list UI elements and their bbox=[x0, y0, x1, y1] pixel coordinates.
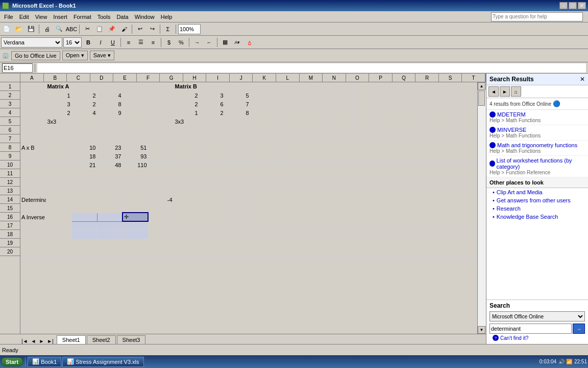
result-worksheet-functions[interactable]: List of worksheet functions (by category… bbox=[486, 156, 588, 177]
redo-button[interactable]: ↪ bbox=[146, 24, 158, 35]
bold-button[interactable]: B bbox=[83, 37, 94, 48]
cell-k2[interactable] bbox=[276, 91, 301, 100]
cell-f14[interactable]: -4 bbox=[148, 195, 174, 204]
cell-r3[interactable] bbox=[454, 100, 477, 108]
cell-c7[interactable] bbox=[71, 134, 97, 143]
fill-color-button[interactable]: A▾ bbox=[232, 37, 243, 48]
cell-a10[interactable] bbox=[20, 160, 46, 169]
col-header-i[interactable]: I bbox=[206, 74, 230, 82]
menu-format[interactable]: Format bbox=[70, 13, 94, 21]
cell-h14[interactable] bbox=[199, 195, 225, 204]
align-center-button[interactable]: ☰ bbox=[135, 37, 146, 48]
result-link-math-trig[interactable]: Math and trigonometry functions bbox=[497, 142, 577, 148]
tab-nav-first[interactable]: |◄ bbox=[20, 338, 29, 344]
row-header-19[interactable]: 19 bbox=[0, 239, 20, 247]
cell-k14-rest[interactable] bbox=[276, 195, 477, 204]
cell-a17[interactable] bbox=[20, 221, 46, 230]
cell-o3[interactable] bbox=[378, 100, 403, 108]
cell-d8[interactable]: 23 bbox=[97, 143, 122, 152]
cell-j5[interactable] bbox=[250, 117, 276, 126]
help-search-input[interactable] bbox=[491, 12, 583, 21]
cell-a18[interactable] bbox=[20, 230, 46, 239]
cell-c10[interactable]: 21 bbox=[71, 160, 97, 169]
row-header-13[interactable]: 13 bbox=[0, 187, 20, 195]
cell-b18[interactable] bbox=[46, 230, 71, 239]
print-button[interactable]: 🖨 bbox=[41, 24, 53, 35]
scroll-thumb[interactable] bbox=[478, 90, 485, 106]
other-link-clip-art[interactable]: Clip Art and Media bbox=[486, 188, 588, 196]
help-search-box[interactable] bbox=[487, 12, 587, 21]
cell-n3[interactable] bbox=[352, 100, 378, 108]
row-header-20[interactable]: 20 bbox=[0, 247, 20, 256]
col-header-h[interactable]: H bbox=[183, 74, 207, 82]
percent-button[interactable]: % bbox=[176, 37, 187, 48]
cell-d7[interactable] bbox=[97, 134, 122, 143]
menu-file[interactable]: File bbox=[1, 13, 16, 21]
cell-l4[interactable] bbox=[301, 108, 327, 117]
preview-button[interactable]: 🔍 bbox=[54, 24, 65, 35]
cell-e1[interactable] bbox=[122, 82, 148, 91]
cell-b8[interactable] bbox=[46, 143, 71, 152]
cell-o5[interactable] bbox=[378, 117, 403, 126]
col-header-q[interactable]: Q bbox=[393, 74, 416, 82]
cell-p5[interactable] bbox=[403, 117, 429, 126]
col-header-k[interactable]: K bbox=[253, 74, 276, 82]
currency-button[interactable]: $ bbox=[163, 37, 175, 48]
cell-g8[interactable] bbox=[174, 143, 199, 152]
cell-l3[interactable] bbox=[301, 100, 327, 108]
col-header-m[interactable]: M bbox=[300, 74, 323, 82]
cell-i14[interactable] bbox=[225, 195, 250, 204]
scroll-up-button[interactable]: ▲ bbox=[478, 82, 485, 90]
row-header-7[interactable]: 7 bbox=[0, 134, 20, 143]
cell-b10[interactable] bbox=[46, 160, 71, 169]
scroll-down-button[interactable]: ▼ bbox=[478, 326, 485, 334]
row-header-6[interactable]: 6 bbox=[0, 126, 20, 134]
cell-o2[interactable] bbox=[378, 91, 403, 100]
cell-g9[interactable] bbox=[174, 152, 199, 160]
cell-i7[interactable] bbox=[225, 134, 250, 143]
cell-o1[interactable] bbox=[378, 82, 403, 91]
cell-d14[interactable] bbox=[97, 195, 122, 204]
cell-d4[interactable]: 9 bbox=[97, 108, 122, 117]
cell-b3[interactable]: 3 bbox=[46, 100, 71, 108]
cell-d10[interactable]: 48 bbox=[97, 160, 122, 169]
row-header-2[interactable]: 2 bbox=[0, 91, 20, 100]
cell-c6[interactable] bbox=[71, 126, 97, 134]
cell-h7[interactable] bbox=[199, 134, 225, 143]
cell-g7[interactable] bbox=[174, 134, 199, 143]
menu-help[interactable]: Help bbox=[158, 13, 176, 21]
cell-d18[interactable] bbox=[97, 230, 122, 239]
open-office-button[interactable]: Open ▾ bbox=[62, 51, 88, 60]
search-query-input[interactable] bbox=[489, 324, 572, 334]
cell-h5[interactable] bbox=[199, 117, 225, 126]
cell-a15[interactable] bbox=[20, 204, 46, 213]
cell-m3[interactable] bbox=[327, 100, 352, 108]
cell-h3[interactable]: 6 bbox=[199, 100, 225, 108]
col-header-n[interactable]: N bbox=[323, 74, 346, 82]
cell-m1[interactable] bbox=[327, 82, 352, 91]
other-link-answers[interactable]: Get answers from other users bbox=[486, 196, 588, 204]
scroll-track[interactable] bbox=[478, 90, 486, 326]
save-office-button[interactable]: Save ▾ bbox=[90, 51, 114, 60]
col-header-r[interactable]: R bbox=[415, 74, 439, 82]
menu-data[interactable]: Data bbox=[113, 13, 131, 21]
search-back-button[interactable]: ◄ bbox=[488, 86, 499, 97]
tab-nav-last[interactable]: ►| bbox=[46, 338, 55, 344]
italic-button[interactable]: I bbox=[95, 37, 106, 48]
cell-e4[interactable] bbox=[122, 108, 148, 117]
cell-h4[interactable]: 2 bbox=[199, 108, 225, 117]
cell-a14[interactable]: Determinant of A bbox=[20, 195, 46, 204]
font-color-button[interactable]: A bbox=[244, 37, 255, 48]
cell-e14[interactable] bbox=[122, 195, 148, 204]
search-go-button[interactable]: → bbox=[573, 324, 585, 334]
cell-i2[interactable]: 5 bbox=[225, 91, 250, 100]
cell-b9[interactable] bbox=[46, 152, 71, 160]
align-left-button[interactable]: ≡ bbox=[123, 37, 134, 48]
cell-i6[interactable] bbox=[225, 126, 250, 134]
row-header-11[interactable]: 11 bbox=[0, 169, 20, 178]
cell-k3[interactable] bbox=[276, 100, 301, 108]
format-painter[interactable]: 🖌 bbox=[118, 24, 130, 35]
cell-o4[interactable] bbox=[378, 108, 403, 117]
cell-g1[interactable]: Matrix B bbox=[174, 82, 225, 91]
cell-h16[interactable] bbox=[199, 213, 225, 221]
